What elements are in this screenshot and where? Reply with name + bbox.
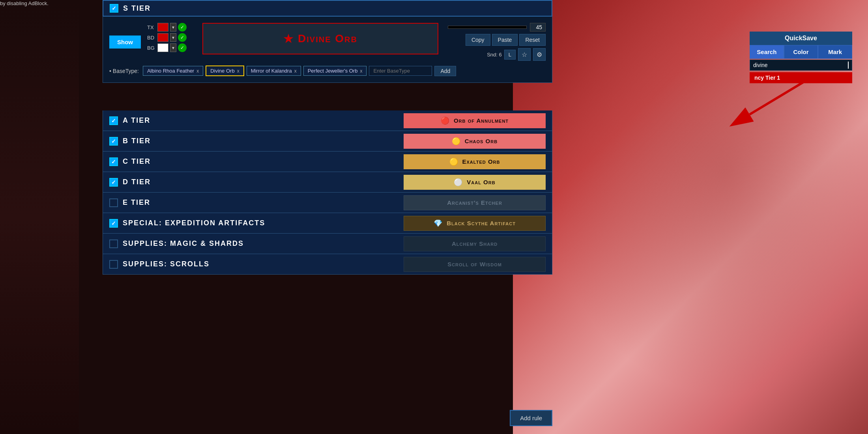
tx-row: TX ▼ ✓ xyxy=(147,23,187,32)
qs-tab-mark[interactable]: Mark xyxy=(818,45,852,59)
paste-button[interactable]: Paste xyxy=(492,34,518,46)
special-expedition-checkbox[interactable]: ✓ xyxy=(109,219,118,228)
slider-track[interactable] xyxy=(448,26,527,29)
adblock-text: by disabling AdBlock. xyxy=(0,0,49,6)
tx-label: TX xyxy=(147,24,156,30)
a-tier-item-preview[interactable]: 🔴 Orb of Annulment xyxy=(404,113,546,128)
basetype-label: • BaseType: xyxy=(109,68,139,74)
checkbox-check: ✓ xyxy=(111,159,116,165)
tx-dropdown-arrow[interactable]: ▼ xyxy=(170,23,176,32)
b-tier-item-icon: 🟡 xyxy=(452,137,461,146)
supplies-scrolls-label: SUPPLIES: SCROLLS xyxy=(123,260,404,268)
supplies-magic-label: SUPPLIES: MAGIC & SHARDS xyxy=(123,239,404,248)
bg-label: BG xyxy=(147,45,156,51)
bd-dropdown-arrow[interactable]: ▼ xyxy=(170,33,176,42)
add-rule-button[interactable]: Add rule xyxy=(510,410,552,426)
tier-row-supplies-scrolls[interactable]: SUPPLIES: SCROLLS Scroll of Wisdom xyxy=(103,254,552,275)
e-tier-checkbox[interactable] xyxy=(109,198,118,207)
supplies-magic-item-name: Alchemy Shard xyxy=(452,240,498,247)
d-tier-item-name: Vaal Orb xyxy=(467,179,495,185)
qs-result-item[interactable]: ncy Tier 1 xyxy=(750,72,852,83)
star-icon-btn[interactable]: ☆ xyxy=(518,48,531,61)
s-tier-expanded: Show TX ▼ ✓ BD ▼ ✓ BG xyxy=(103,17,552,83)
gear-icon-btn[interactable]: ⚙ xyxy=(533,48,546,61)
s-tier-checkbox[interactable]: ✓ xyxy=(110,4,118,13)
qs-tab-search[interactable]: Search xyxy=(750,45,784,59)
quicksave-tabs: Search Color Mark xyxy=(750,45,852,59)
b-tier-checkbox[interactable]: ✓ xyxy=(109,137,118,146)
snd-label: Snd: 6 xyxy=(487,52,502,58)
color-settings-row: Show TX ▼ ✓ BD ▼ ✓ BG xyxy=(109,23,546,61)
basetype-divine-text: Divine Orb xyxy=(210,68,234,74)
basetype-input[interactable] xyxy=(369,66,432,76)
bg-dropdown-arrow[interactable]: ▼ xyxy=(170,43,176,52)
tx-color-swatch[interactable] xyxy=(157,23,168,32)
qs-cursor xyxy=(848,62,849,69)
tier-row-d-tier[interactable]: ✓ D TIER ⚪ Vaal Orb xyxy=(103,172,552,193)
basetype-albino-remove[interactable]: x xyxy=(196,68,199,74)
bg-check-icon[interactable]: ✓ xyxy=(178,43,187,52)
e-tier-item-name: Arcanist's Etcher xyxy=(447,199,502,206)
basetype-tag-jeweller: Perfect Jeweller's Orb x xyxy=(303,66,367,76)
tier-row-special-expedition[interactable]: ✓ SPECIAL: EXPEDITION ARTIFACTS 💎 Black … xyxy=(103,213,552,234)
basetype-mirror-text: Mirror of Kalandra xyxy=(251,68,292,74)
a-tier-checkbox[interactable]: ✓ xyxy=(109,116,118,125)
divine-orb-label: Divine Orb xyxy=(298,32,357,45)
basetype-row: • BaseType: Albino Rhoa Feather x Divine… xyxy=(109,65,546,76)
tier-row-a-tier[interactable]: ✓ A TIER 🔴 Orb of Annulment xyxy=(103,110,552,131)
b-tier-item-name: Chaos Orb xyxy=(465,138,498,144)
c-tier-checkbox[interactable]: ✓ xyxy=(109,157,118,166)
basetype-tag-mirror: Mirror of Kalandra x xyxy=(247,66,301,76)
d-tier-item-preview[interactable]: ⚪ Vaal Orb xyxy=(404,175,546,190)
qs-search-input[interactable] xyxy=(753,62,846,68)
bg-row: BG ▼ ✓ xyxy=(147,43,187,52)
bd-color-swatch[interactable] xyxy=(157,33,168,42)
l-button[interactable]: L xyxy=(504,50,516,60)
special-expedition-item-preview[interactable]: 💎 Black Scythe Artifact xyxy=(404,216,546,231)
basetype-jeweller-remove[interactable]: x xyxy=(360,68,362,74)
show-button[interactable]: Show xyxy=(109,36,141,49)
add-basetype-button[interactable]: Add xyxy=(434,66,456,76)
copy-button[interactable]: Copy xyxy=(466,34,490,46)
reset-button[interactable]: Reset xyxy=(519,34,546,46)
c-tier-item-icon: 🟡 xyxy=(449,157,458,166)
tier-row-b-tier[interactable]: ✓ B TIER 🟡 Chaos Orb xyxy=(103,131,552,152)
quicksave-panel: QuickSave Search Color Mark ncy Tier 1 xyxy=(750,32,852,83)
e-tier-label: E TIER xyxy=(123,198,404,207)
tier-row-supplies-magic[interactable]: SUPPLIES: MAGIC & SHARDS Alchemy Shard xyxy=(103,234,552,254)
supplies-scrolls-checkbox[interactable] xyxy=(109,260,118,269)
tier-row-e-tier[interactable]: E TIER Arcanist's Etcher xyxy=(103,193,552,213)
background-left xyxy=(0,0,79,434)
tier-rows: ✓ A TIER 🔴 Orb of Annulment ✓ B TIER 🟡 C… xyxy=(103,110,552,275)
s-tier-header[interactable]: ✓ S TIER xyxy=(103,0,552,17)
b-tier-item-preview[interactable]: 🟡 Chaos Orb xyxy=(404,134,546,149)
checkbox-check: ✓ xyxy=(111,138,116,144)
supplies-scrolls-item-preview[interactable]: Scroll of Wisdom xyxy=(404,257,546,272)
bd-label: BD xyxy=(147,35,156,41)
d-tier-checkbox[interactable]: ✓ xyxy=(109,178,118,187)
special-expedition-label: SPECIAL: EXPEDITION ARTIFACTS xyxy=(123,219,404,227)
a-tier-item-icon: 🔴 xyxy=(441,116,450,125)
action-buttons: Copy Paste Reset xyxy=(466,34,546,46)
special-expedition-item-name: Black Scythe Artifact xyxy=(447,220,516,226)
tier-row-c-tier[interactable]: ✓ C TIER 🟡 Exalted Orb xyxy=(103,152,552,172)
qs-search-row xyxy=(750,60,852,71)
qs-tab-color[interactable]: Color xyxy=(784,45,818,59)
quicksave-header: QuickSave xyxy=(750,32,852,45)
special-expedition-item-icon: 💎 xyxy=(434,219,443,228)
supplies-magic-item-preview[interactable]: Alchemy Shard xyxy=(404,236,546,251)
c-tier-item-preview[interactable]: 🟡 Exalted Orb xyxy=(404,154,546,169)
b-tier-label: B TIER xyxy=(123,137,404,145)
basetype-mirror-remove[interactable]: x xyxy=(294,68,297,74)
e-tier-item-preview[interactable]: Arcanist's Etcher xyxy=(404,195,546,210)
d-tier-label: D TIER xyxy=(123,178,404,186)
supplies-magic-checkbox[interactable] xyxy=(109,239,118,248)
bd-check-icon[interactable]: ✓ xyxy=(178,33,187,42)
bg-color-swatch[interactable] xyxy=(157,43,168,52)
tx-check-icon[interactable]: ✓ xyxy=(178,23,187,32)
checkbox-check: ✓ xyxy=(111,118,116,124)
basetype-jeweller-text: Perfect Jeweller's Orb xyxy=(308,68,358,74)
checkbox-check: ✓ xyxy=(111,179,116,185)
divine-orb-preview: ★ Divine Orb xyxy=(202,23,438,54)
basetype-divine-remove[interactable]: x xyxy=(237,68,239,74)
